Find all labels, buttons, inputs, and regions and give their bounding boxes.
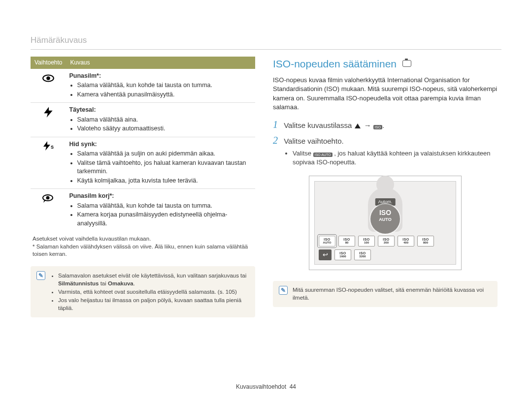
col-option-header: Vaihtoehto [31,57,66,69]
option-bullet: Valoteho säätyy automaattisesti. [77,124,253,133]
callout-item: Salamavalon asetukset eivät ole käytettä… [58,272,249,287]
camera-mode-icon [402,60,411,67]
iso-tile-3200[interactable]: ISO3200 [354,249,371,260]
step-2: 2 Valitse vaihtoehto. Valitse ISO AUTO ,… [273,133,498,167]
svg-text:S: S [51,145,54,150]
option-bullet: Kamera vähentää punasilmäisyyttä. [77,91,253,99]
info-icon: ✎ [36,271,45,280]
iso-big-icon: ISO AUTO [370,204,400,234]
option-bullet: Salama välähtää aina. [77,116,253,124]
option-title: Punasilm*: [69,72,101,79]
option-title: Hid synk: [69,141,97,148]
iso-body: ISO-nopeus kuvaa filmin valoherkkyyttä I… [273,76,498,112]
iso-note: Mitä suuremman ISO-nopeuden valitset, si… [293,286,492,302]
step-2-sub: Valitse ISO AUTO , jos haluat käyttää ko… [293,149,498,167]
callout-item: Jos valo heijastuu tai ilmassa on paljon… [58,296,249,312]
svg-point-6 [46,196,50,200]
iso-tile-auto[interactable]: ISOAUTO [319,236,335,247]
iso-screen-wrap: Autom. ISO AUTO ISOAUTO ISO80 ISO100 ISO… [309,176,462,270]
table-row: Täytesal: Salama välähtää aina. Valoteho… [31,103,255,137]
option-bullet: Kamera korjaa punasilmäisyyden edistynee… [77,211,253,228]
page-footer: Kuvausvaihtoehdot 44 [0,383,532,391]
table-subnotes: Asetukset voivat vaihdella kuvaustilan m… [31,235,255,258]
svg-marker-3 [43,141,50,151]
slowsync-icon: S [42,140,55,153]
option-bullet: Salama välähtää ja suljin on auki pidemm… [77,150,253,158]
option-bullet: Valitse tämä vaihtoehto, jos haluat kame… [77,159,253,176]
col-desc-header: Kuvaus [66,57,256,69]
svg-point-1 [46,76,50,80]
redeye-fix-icon [42,192,55,205]
iso-heading: ISO-nopeuden säätäminen [273,57,498,71]
iso-auto-chip-icon: ISO AUTO [313,153,332,157]
iso-tile-1600[interactable]: ISO1600 [334,249,351,260]
back-button[interactable]: ↩ [319,249,332,260]
option-bullet: Salama välähtää, kun kohde tai tausta on… [77,81,253,90]
info-callout-right: ✎ Mitä suuremman ISO-nopeuden valitset, … [273,281,498,307]
info-icon: ✎ [279,286,288,295]
svg-marker-2 [44,107,53,118]
iso-tile-400[interactable]: ISO400 [398,236,414,247]
table-row: Punasilm*: Salama välähtää, kun kohde ta… [31,69,255,103]
flash-options-table: Vaihtoehto Kuvaus Punasilm*: [31,57,255,231]
iso-tile-200[interactable]: ISO200 [378,236,395,247]
option-bullet: Salama välähtää, kun kohde tai tausta on… [77,202,253,211]
option-title: Täytesal: [69,106,96,113]
breadcrumb: Hämäräkuvaus [31,34,501,50]
iso-screen: Autom. ISO AUTO ISOAUTO ISO80 ISO100 ISO… [314,181,456,265]
iso-tile-100[interactable]: ISO100 [358,236,375,247]
info-callout-left: ✎ Salamavalon asetukset eivät ole käytet… [31,266,255,317]
redeye-icon [42,72,55,85]
option-title: Punasilm korj*: [69,192,114,199]
iso-tile-800[interactable]: ISO800 [417,236,434,247]
callout-item: Varmista, että kohteet ovat suositellull… [58,288,249,296]
option-bullet: Käytä kolmijalkaa, jotta kuvista tulee t… [77,177,253,185]
up-icon [355,123,361,128]
fillflash-icon [42,106,55,119]
iso-chip-icon: ISO [373,125,382,129]
table-row: Punasilm korj*: Salama välähtää, kun koh… [31,189,255,232]
step-1: 1 Valitse kuvaustilassa → ISO. [273,118,498,131]
table-row: S Hid synk: Salama välähtää ja suljin on… [31,137,255,189]
iso-tile-80[interactable]: ISO80 [338,236,355,247]
